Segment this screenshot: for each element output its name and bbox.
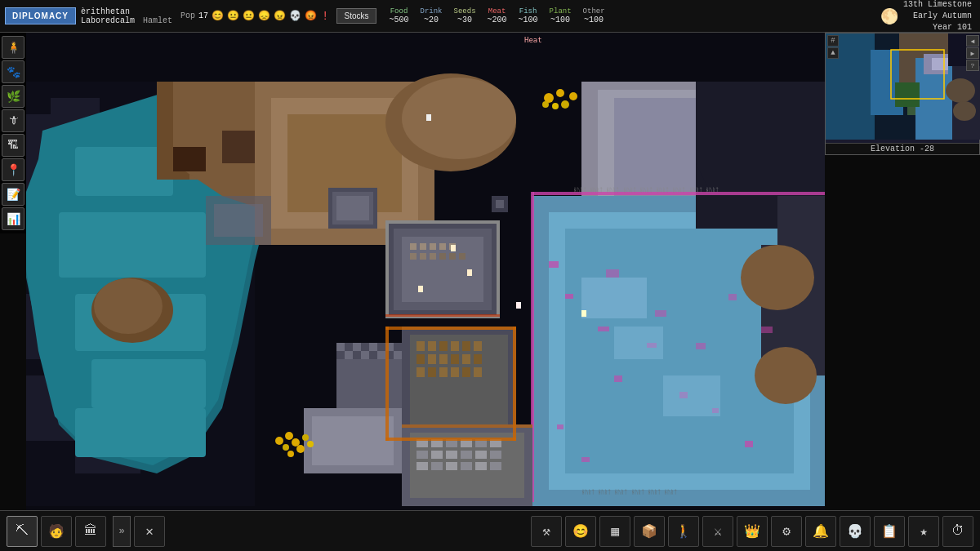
job-icon[interactable]: 📝	[2, 183, 24, 206]
svg-rect-98	[474, 367, 482, 377]
svg-rect-65	[385, 220, 389, 318]
hashtag-icon[interactable]: #	[827, 35, 839, 47]
civ-name: èrithhetan	[81, 7, 172, 16]
svg-rect-59	[614, 327, 663, 359]
animal-icon[interactable]: 🐾	[2, 60, 24, 83]
svg-rect-164	[513, 327, 516, 441]
svg-rect-163	[385, 327, 389, 441]
svg-rect-154	[426, 114, 431, 121]
svg-rect-45	[598, 327, 609, 331]
zone-icon[interactable]: 📍	[2, 158, 24, 181]
pop-section: Pop 17 😊 😐 😐 😞 😠 💀 😡 !	[180, 10, 328, 23]
announcements-icon[interactable]: 💀	[840, 516, 871, 547]
svg-point-28	[402, 78, 516, 159]
favorites-icon[interactable]: ★	[908, 516, 939, 547]
svg-rect-90	[451, 354, 459, 364]
plant-value: ~100	[550, 16, 570, 24]
svg-rect-122	[353, 343, 361, 351]
zones-icon[interactable]: ▦	[599, 516, 630, 547]
item-icon[interactable]: 🗡	[2, 109, 24, 132]
nobles-icon[interactable]: 👑	[737, 516, 768, 547]
svg-rect-158	[516, 302, 521, 309]
settings-icon[interactable]: ⚙	[771, 516, 802, 547]
svg-point-39	[741, 245, 814, 310]
svg-rect-128	[336, 351, 345, 359]
svg-rect-162	[385, 327, 516, 330]
diplomacy-button[interactable]: DIPLOMACY	[5, 7, 76, 24]
svg-rect-89	[439, 354, 448, 364]
top-bar: DIPLOMACY èrithhetan Laboredcalm Hamlet …	[0, 0, 980, 33]
svg-rect-68	[410, 243, 416, 250]
notes-icon[interactable]: 📋	[874, 516, 905, 547]
svg-rect-118	[490, 462, 501, 470]
drink-resource: Drink ~20	[421, 7, 443, 24]
svg-rect-113	[416, 462, 428, 470]
fish-label: Fish	[519, 7, 537, 16]
svg-rect-78	[459, 253, 466, 260]
svg-rect-74	[420, 253, 426, 260]
svg-rect-137	[312, 416, 394, 465]
svg-rect-85	[462, 341, 470, 351]
face-ok: 😐	[227, 10, 239, 22]
main-map[interactable]: Heat ᚺᚢᚱᛏ ᚺᚢᚱᛏ ᚺᚢᚱᛏ ᚺᚢᚱᛏ ᚺᚢᚱᛏ ᚺᚢᚱᛏ ᚺᚢᚱᛏ …	[26, 33, 825, 510]
minimap-prev-button[interactable]: ◀	[966, 35, 979, 47]
building-side-icon[interactable]: 🏗	[2, 134, 24, 157]
stocks-bottom-icon[interactable]: 📦	[634, 516, 665, 547]
side-panel: 🧍 🐾 🌿 🗡 🏗 📍 📝 📊	[0, 33, 26, 233]
svg-rect-17	[91, 359, 206, 408]
erase-icon[interactable]: ✕	[134, 516, 165, 547]
svg-rect-174	[214, 204, 263, 237]
minimap-panel[interactable]: ◀ ▶ ? # ▲ Elevation -28	[825, 33, 980, 155]
minimap-info-button[interactable]: ?	[966, 60, 979, 71]
svg-rect-51	[557, 424, 564, 429]
face-bottom-icon[interactable]: 😊	[565, 516, 596, 547]
svg-rect-91	[462, 354, 470, 364]
svg-rect-109	[446, 451, 457, 459]
unit-bottom-icon[interactable]: 🧑	[41, 516, 72, 547]
speed-icon[interactable]: ⏱	[942, 516, 973, 547]
plant-side-icon[interactable]: 🌿	[2, 85, 24, 108]
svg-rect-56	[728, 294, 737, 300]
svg-text:ᚺᚢᚱᛏ ᚺᚢᚱᛏ ᚺᚢᚱᛏ ᚺᚢᚱᛏ ᚺᚢᚱᛏ ᚺᚢᚱᛏ: ᚺᚢᚱᛏ ᚺᚢᚱᛏ ᚺᚢᚱᛏ ᚺᚢᚱᛏ ᚺᚢᚱᛏ ᚺᚢᚱᛏ	[581, 489, 677, 495]
svg-rect-81	[416, 341, 425, 351]
minimap-next-button[interactable]: ▶	[966, 47, 979, 59]
svg-rect-76	[439, 253, 446, 260]
svg-rect-159	[581, 310, 586, 317]
civ-info: èrithhetan Laboredcalm Hamlet	[81, 7, 172, 25]
svg-point-149	[292, 438, 300, 447]
svg-rect-96	[451, 367, 459, 377]
svg-point-143	[552, 103, 559, 109]
svg-rect-116	[461, 462, 472, 470]
plant-resource: Plant ~100	[550, 7, 572, 24]
svg-point-148	[283, 444, 289, 451]
meat-label: Meat	[488, 7, 506, 16]
svg-rect-84	[451, 341, 459, 351]
expand-button[interactable]: »	[113, 516, 131, 547]
labor-icon[interactable]: 🚶	[668, 516, 699, 547]
stocks-button[interactable]: Stocks	[336, 8, 376, 24]
military-icon[interactable]: ⚔	[702, 516, 733, 547]
svg-rect-92	[474, 354, 482, 364]
hammer-icon[interactable]: ⚒	[531, 516, 562, 547]
alerts-icon[interactable]: 🔔	[805, 516, 836, 547]
svg-rect-167	[385, 314, 500, 317]
other-resource: Other ~100	[583, 7, 605, 24]
mountain-icon[interactable]: ▲	[827, 47, 839, 59]
building-bottom-icon[interactable]: 🏛	[75, 516, 106, 547]
svg-rect-64	[385, 220, 500, 224]
svg-rect-52	[581, 457, 590, 462]
report-icon[interactable]: 📊	[2, 207, 24, 230]
map-svg: Heat ᚺᚢᚱᛏ ᚺᚢᚱᛏ ᚺᚢᚱᛏ ᚺᚢᚱᛏ ᚺᚢᚱᛏ ᚺᚢᚱᛏ ᚺᚢᚱᛏ …	[26, 33, 825, 510]
svg-rect-156	[467, 269, 472, 276]
svg-rect-187	[895, 82, 920, 107]
moon-icon: 🌕	[880, 7, 898, 25]
face-sad: 😞	[258, 10, 270, 22]
unit-side-icon[interactable]: 🧍	[2, 36, 24, 59]
svg-rect-43	[549, 261, 559, 268]
move-icon[interactable]: ⛏	[7, 516, 38, 547]
svg-text:ᚺᚢᚱᛏ ᚺᚢᚱᛏ ᚺᚢᚱᛏ ᚺᚢᚱᛏ ᚺᚢᚱᛏ ᚺᚢᚱᛏ : ᚺᚢᚱᛏ ᚺᚢᚱᛏ ᚺᚢᚱᛏ ᚺᚢᚱᛏ ᚺᚢᚱᛏ ᚺᚢᚱᛏ ᚺᚢᚱᛏ ᚺᚢᚱᛏ …	[573, 187, 719, 193]
minimap-elevation-label: Elevation -28	[826, 143, 979, 154]
svg-rect-135	[394, 351, 402, 359]
pop-label: Pop	[180, 11, 195, 20]
svg-rect-75	[430, 253, 436, 260]
